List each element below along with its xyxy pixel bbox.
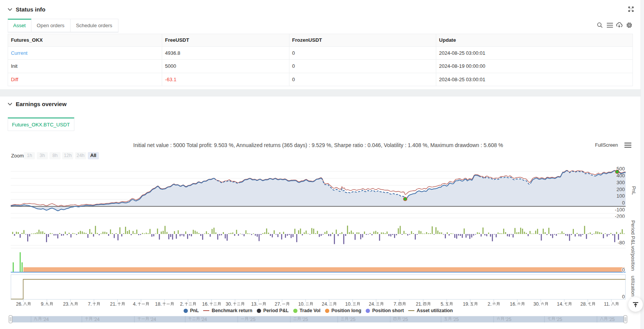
svg-text:23.: 23. [63,301,69,307]
svg-text:'25: '25 [609,317,615,322]
svg-text:7.: 7. [88,301,92,307]
svg-text:400: 400 [616,173,625,178]
svg-text:-100: -100 [615,207,625,213]
svg-text:vol/position: vol/position [630,246,636,271]
svg-text:0: 0 [622,267,625,273]
svg-text:'25: '25 [250,317,256,322]
svg-text:'24: '24 [201,317,207,322]
svg-text:21.: 21. [416,301,422,307]
svg-text:'24: '24 [43,317,49,322]
svg-text:13.: 13. [251,301,258,307]
svg-text:'24: '24 [94,317,100,322]
svg-text:11.: 11. [604,301,610,307]
svg-text:0: 0 [622,200,625,206]
svg-text:100: 100 [616,193,625,199]
svg-text:4.: 4. [133,301,137,307]
svg-text:10.: 10. [345,301,352,307]
svg-text:PnL: PnL [631,186,637,195]
svg-text:30.: 30. [533,301,540,307]
svg-text:'25: '25 [302,317,308,322]
svg-text:26.: 26. [16,301,23,307]
svg-text:27.: 27. [275,301,281,307]
svg-text:Period P&L: Period P&L [630,220,636,246]
svg-text:19.: 19. [463,301,469,307]
svg-text:10.: 10. [298,301,305,307]
svg-text:9.: 9. [41,301,45,307]
svg-text:24.: 24. [369,301,375,307]
svg-text:'24: '24 [150,317,156,322]
svg-text:24.: 24. [322,301,328,307]
svg-text:7.: 7. [394,301,398,307]
svg-text:30.: 30. [226,301,232,307]
svg-text:2.: 2. [488,301,491,307]
svg-text:'25: '25 [505,317,511,322]
svg-text:5.: 5. [440,301,444,307]
svg-text:21.: 21. [110,301,117,307]
svg-text:0: 0 [622,294,625,300]
svg-text:300: 300 [616,180,625,185]
svg-text:28.: 28. [580,301,587,307]
svg-text:-200: -200 [615,213,625,219]
svg-text:500: 500 [616,166,625,172]
svg-text:16.: 16. [202,301,209,307]
svg-text:18.: 18. [155,301,162,307]
svg-text:utilization: utilization [630,276,636,296]
svg-text:16.: 16. [510,301,516,307]
svg-text:'25: '25 [556,317,562,322]
svg-text:-80: -80 [618,240,625,246]
svg-text:'25: '25 [402,317,408,322]
svg-text:2.: 2. [180,301,184,307]
svg-text:'25: '25 [349,317,355,322]
svg-text:'25: '25 [453,317,459,322]
svg-text:200: 200 [616,187,625,192]
svg-text:14.: 14. [557,301,564,307]
